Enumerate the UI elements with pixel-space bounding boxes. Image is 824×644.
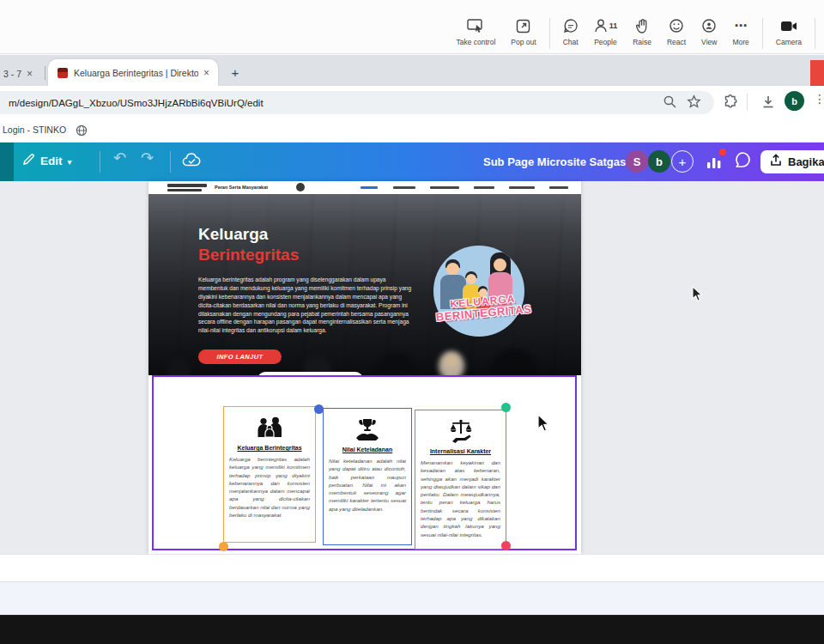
pop-out-button[interactable]: Pop out xyxy=(503,17,543,46)
view-button[interactable]: View xyxy=(694,17,724,46)
collaborator-avatar-b[interactable]: b xyxy=(648,150,670,173)
toolbar-divider xyxy=(100,151,100,173)
raise-hand-button[interactable]: Raise xyxy=(625,17,659,46)
browser-tab-1[interactable]: 3 - 7 × xyxy=(0,61,43,86)
screen: Take control Pop out Chat xyxy=(0,0,824,644)
hero-title-line2[interactable]: Berintegritas xyxy=(198,246,299,264)
chat-icon xyxy=(563,17,579,34)
card-title: Internalisasi Karakter xyxy=(421,448,500,454)
browser-toolbar: m/design/DAGgL_Xbzuo/USmo3JHjzARbBi6qVBi… xyxy=(0,86,824,118)
meeting-toolbar: Take control Pop out Chat xyxy=(0,0,824,54)
add-collaborator-button[interactable]: + xyxy=(671,150,694,173)
chat-button[interactable]: Chat xyxy=(555,17,586,46)
site-nav-item xyxy=(430,186,459,189)
download-icon[interactable] xyxy=(760,94,776,113)
tab-title: Keluarga Berintegritas | Direkto xyxy=(74,68,198,78)
toolbar-divider xyxy=(549,18,550,49)
site-nav-item xyxy=(549,186,568,189)
comments-button[interactable] xyxy=(733,151,752,173)
tab-close-icon[interactable]: × xyxy=(203,68,209,78)
canva-topbar: Edit ▾ ↶ ↷ Sub Page Microsite Satgas 3 S… xyxy=(0,143,824,181)
site-header-text: Peran Serta Masyarakat xyxy=(215,185,268,190)
more-button[interactable]: ⋯ More xyxy=(724,17,756,46)
site-nav-item xyxy=(393,186,415,189)
toolbar-divider xyxy=(170,151,171,173)
bookmark-star-icon[interactable] xyxy=(687,94,701,112)
family-illustration[interactable] xyxy=(433,246,524,337)
hero-title-line1[interactable]: Keluarga xyxy=(198,225,268,244)
new-tab-button[interactable]: + xyxy=(227,64,244,81)
toolbar-divider xyxy=(815,18,815,49)
windows-taskbar: Search PRE b O W T 9+ xyxy=(0,581,824,615)
camera-button[interactable]: Camera xyxy=(768,17,809,46)
site-nav-item xyxy=(360,186,378,189)
edit-mode-button[interactable]: Edit ▾ xyxy=(22,153,72,169)
extensions-icon[interactable] xyxy=(723,94,738,113)
share-button[interactable]: Bagikan xyxy=(760,150,824,173)
site-nav-item xyxy=(509,186,535,189)
selection-handle-blue[interactable] xyxy=(314,404,324,414)
toolbar-divider xyxy=(762,18,763,49)
collaborator-avatar-s[interactable]: S xyxy=(626,150,648,173)
react-icon xyxy=(669,17,684,34)
design-page[interactable]: Peran Serta Masyarakat Keluarga Ber xyxy=(148,181,581,554)
pop-out-label: Pop out xyxy=(511,38,536,46)
selection-handle-pink[interactable] xyxy=(501,541,511,550)
edit-label: Edit xyxy=(40,155,63,167)
tab-close-icon[interactable]: × xyxy=(27,69,33,79)
people-icon xyxy=(594,18,608,33)
undo-button[interactable]: ↶ xyxy=(113,150,126,166)
host-taskbar: >_ T xyxy=(0,615,824,644)
browser-tabstrip: 3 - 7 × Keluarga Berintegritas | Direkto… xyxy=(0,55,824,86)
view-label: View xyxy=(701,38,717,46)
browser-menu-icon[interactable]: ⋮ xyxy=(814,92,824,106)
card-title: Nilai Keteladanan xyxy=(329,447,406,453)
share-label: Bagikan xyxy=(788,155,824,168)
browser-profile-avatar[interactable]: b xyxy=(785,91,804,111)
photo-silhouette xyxy=(445,355,458,368)
react-label: React xyxy=(667,38,686,46)
design-hero-section[interactable]: Keluarga Berintegritas Keluarga berinteg… xyxy=(148,194,581,375)
trophy-hands-icon xyxy=(329,414,406,445)
raise-hand-icon xyxy=(635,17,649,34)
document-title[interactable]: Sub Page Microsite Satgas 3 xyxy=(483,155,635,168)
more-label: More xyxy=(732,38,748,46)
share-icon xyxy=(770,154,782,170)
canva-statusbar: 92% Halaman 1/16 ? xyxy=(0,554,824,581)
take-control-button[interactable]: Take control xyxy=(448,17,503,46)
view-icon xyxy=(701,17,717,34)
cloud-saved-icon[interactable] xyxy=(182,152,202,172)
design-site-header[interactable]: Peran Serta Masyarakat xyxy=(148,181,581,194)
react-button[interactable]: React xyxy=(659,17,694,46)
window-close-button[interactable] xyxy=(810,60,824,86)
card-keluarga-berintegritas[interactable]: Keluarga Berintegritas Keluarga berinteg… xyxy=(223,406,316,543)
card-title: Keluarga Berintegritas xyxy=(229,445,310,451)
toolbar-divider xyxy=(747,94,748,111)
notification-dot xyxy=(719,149,726,155)
insights-button[interactable] xyxy=(702,150,726,174)
url-bar[interactable]: m/design/DAGgL_Xbzuo/USmo3JHjzARbBi6qVBi… xyxy=(0,91,714,114)
pencil-icon xyxy=(22,153,35,169)
selection-handle-green[interactable] xyxy=(501,403,511,412)
pop-out-icon xyxy=(516,17,530,34)
illustration-shape xyxy=(466,274,476,284)
globe-icon[interactable] xyxy=(76,125,88,140)
card-nilai-keteladanan[interactable]: Nilai Keteladanan Nilai keteladanan adal… xyxy=(323,408,412,545)
bookmark-item[interactable]: Login - STINKO xyxy=(3,125,66,135)
raise-label: Raise xyxy=(633,38,651,46)
tab-favicon xyxy=(58,68,68,78)
card-body: Nilai keteladanan adalah nilai yang dapa… xyxy=(329,457,406,513)
selection-handle-orange[interactable] xyxy=(219,542,228,551)
zoom-icon[interactable] xyxy=(663,94,677,112)
redo-button[interactable]: ↷ xyxy=(141,150,154,166)
mouse-cursor xyxy=(537,414,552,436)
hero-description[interactable]: Keluarga berintegritas adalah program ya… xyxy=(198,276,415,335)
url-text: m/design/DAGgL_Xbzuo/USmo3JHjzARbBi6qVBi… xyxy=(9,98,264,108)
browser-tab-2[interactable]: Keluarga Berintegritas | Direkto × xyxy=(48,59,218,86)
illustration-shape xyxy=(494,258,506,271)
card-internalisasi-karakter[interactable]: Internalisasi Karakter Menanamkan keyaki… xyxy=(415,410,506,550)
people-button[interactable]: 11 People xyxy=(586,17,626,46)
hero-cta-button[interactable]: INFO LANJUT xyxy=(198,349,282,364)
tab-separator xyxy=(45,66,45,80)
canva-home-button[interactable] xyxy=(0,143,14,181)
